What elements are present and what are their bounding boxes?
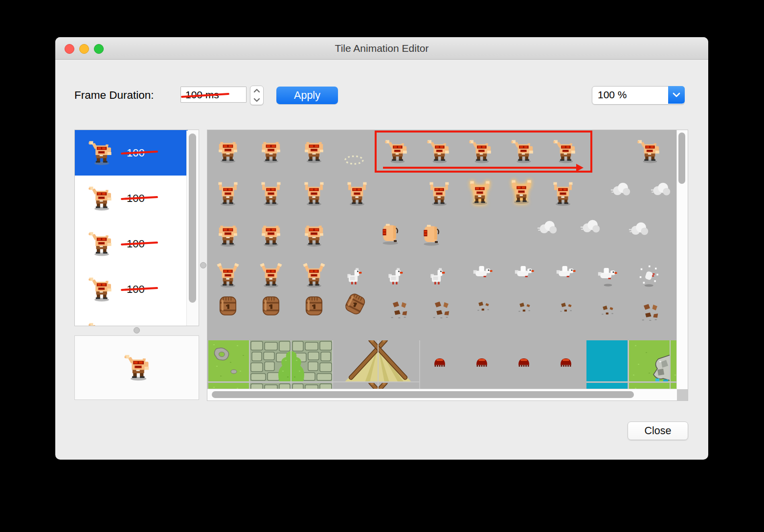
title-bar: Tile Animation Editor	[55, 37, 708, 60]
tile-bits[interactable]	[595, 297, 620, 323]
screenshot-stage: Tile Animation Editor Frame Duration: Ap…	[0, 0, 764, 532]
tileset-view	[207, 130, 688, 401]
tile-chickfly[interactable]	[470, 262, 495, 287]
tile-terrain-stone2[interactable]	[292, 340, 333, 382]
annotation-arrow-head-icon	[576, 164, 584, 172]
tile-terrain-grass[interactable]	[208, 340, 249, 382]
frame-list-item[interactable]: 100	[75, 176, 188, 221]
tileset-canvas[interactable]	[207, 130, 677, 389]
tile-terrain-water[interactable]	[586, 340, 628, 382]
tile-smoke[interactable]	[536, 215, 561, 241]
tile-chickpoof[interactable]	[636, 264, 661, 289]
tile-chickfly[interactable]	[553, 262, 578, 287]
tile-cheer[interactable]	[509, 179, 534, 205]
frame-list-item[interactable]: 100	[75, 130, 188, 176]
tile-barrel[interactable]	[215, 293, 241, 319]
tile-wave[interactable]	[636, 139, 662, 164]
tile-smoke[interactable]	[627, 217, 652, 242]
tile-cheer[interactable]	[467, 180, 493, 206]
frame-duration-stepper[interactable]	[250, 86, 264, 105]
stepper-up-icon[interactable]	[252, 88, 261, 94]
tile-chick[interactable]	[341, 265, 367, 290]
annotation-arrow	[383, 167, 577, 169]
tile-animation-editor-window: Tile Animation Editor Frame Duration: Ap…	[55, 37, 708, 460]
tile-stand[interactable]	[215, 139, 241, 164]
minimize-traffic-light-button[interactable]	[79, 44, 89, 54]
tile-chick[interactable]	[382, 265, 408, 290]
tile-wood[interactable]	[428, 297, 454, 322]
frame-list-scrollbar[interactable]	[186, 131, 198, 326]
tile-upwide[interactable]	[215, 263, 241, 288]
tile-terrain-stone[interactable]	[250, 340, 291, 382]
zoom-combobox[interactable]: 100 %	[592, 86, 685, 105]
tile-barreltilt[interactable]	[342, 291, 368, 317]
tile-side[interactable]	[419, 222, 444, 247]
frame-sprite	[88, 140, 114, 166]
horizontal-splitter-handle[interactable]	[134, 327, 140, 333]
tile-dust[interactable]	[341, 147, 367, 172]
tile-cheer[interactable]	[344, 181, 370, 207]
frame-list-item[interactable]: 100	[75, 221, 188, 266]
zoom-value: 100 %	[598, 87, 627, 103]
tile-smoke[interactable]	[609, 177, 634, 202]
tile-cheer[interactable]	[258, 181, 284, 207]
tileset-vertical-scrollbar-thumb[interactable]	[678, 133, 685, 184]
tile-chick[interactable]	[425, 265, 450, 290]
preview-sprite	[123, 354, 152, 382]
tile-cheer[interactable]	[301, 181, 327, 207]
tile-barrel[interactable]	[258, 293, 284, 319]
tile-smoke[interactable]	[649, 177, 674, 202]
tile-upwide[interactable]	[258, 263, 284, 288]
tile-barrel[interactable]	[301, 293, 327, 319]
tile-wood[interactable]	[386, 297, 412, 322]
frame-list-item[interactable]: 100	[75, 266, 188, 312]
zoom-traffic-light-button[interactable]	[94, 44, 104, 54]
close-button[interactable]: Close	[628, 421, 688, 440]
terrain-gridline	[207, 381, 420, 382]
frame-sprite	[88, 276, 114, 303]
tile-chickfly[interactable]	[511, 262, 537, 287]
tile-stand[interactable]	[258, 139, 284, 164]
frame-sprite	[88, 322, 114, 327]
tile-upwide[interactable]	[301, 263, 327, 288]
tile-smoke[interactable]	[579, 214, 604, 240]
frame-sprite	[88, 231, 114, 257]
tile-bug[interactable]	[469, 350, 494, 376]
tile-stand[interactable]	[301, 139, 327, 164]
frame-duration-label: Frame Duration:	[74, 89, 154, 102]
frame-list-items: 100 100 100 100 100	[75, 130, 199, 326]
scrollbar-corner	[677, 389, 688, 400]
tile-bug[interactable]	[553, 350, 579, 376]
terrain-gridline	[586, 381, 676, 382]
tile-wood[interactable]	[637, 299, 663, 325]
zoom-dropdown-button[interactable]	[668, 86, 685, 104]
tile-side[interactable]	[378, 221, 403, 246]
vertical-splitter-handle[interactable]	[200, 262, 206, 268]
frame-list[interactable]: 100 100 100 100 100	[74, 130, 199, 326]
chevron-down-icon	[672, 91, 681, 98]
tile-bits[interactable]	[512, 294, 537, 320]
tile-cheer[interactable]	[215, 181, 241, 207]
tile-chickflysh[interactable]	[594, 264, 620, 289]
animation-preview-panel	[74, 335, 199, 400]
tile-cheer[interactable]	[550, 181, 576, 207]
tileset-vertical-scrollbar[interactable]	[676, 130, 688, 389]
frame-list-scrollbar-thumb[interactable]	[189, 133, 196, 303]
tile-stand[interactable]	[215, 222, 241, 248]
window-title: Tile Animation Editor	[55, 37, 708, 59]
tile-stand[interactable]	[301, 222, 327, 248]
frame-list-item[interactable]: 100	[75, 312, 188, 326]
stepper-down-icon[interactable]	[252, 96, 261, 103]
close-traffic-light-button[interactable]	[65, 44, 74, 54]
tile-stand[interactable]	[258, 222, 284, 248]
frame-sprite	[88, 185, 114, 212]
tile-cheer[interactable]	[427, 181, 452, 207]
apply-button[interactable]: Apply	[276, 87, 338, 104]
tile-bits[interactable]	[471, 293, 496, 319]
tileset-horizontal-scrollbar[interactable]	[207, 389, 677, 400]
tileset-horizontal-scrollbar-thumb[interactable]	[212, 391, 634, 398]
tile-bits[interactable]	[553, 294, 579, 320]
tile-bug[interactable]	[427, 350, 452, 376]
tile-bug[interactable]	[511, 350, 537, 376]
tile-terrain-grassrock[interactable]	[629, 340, 670, 382]
